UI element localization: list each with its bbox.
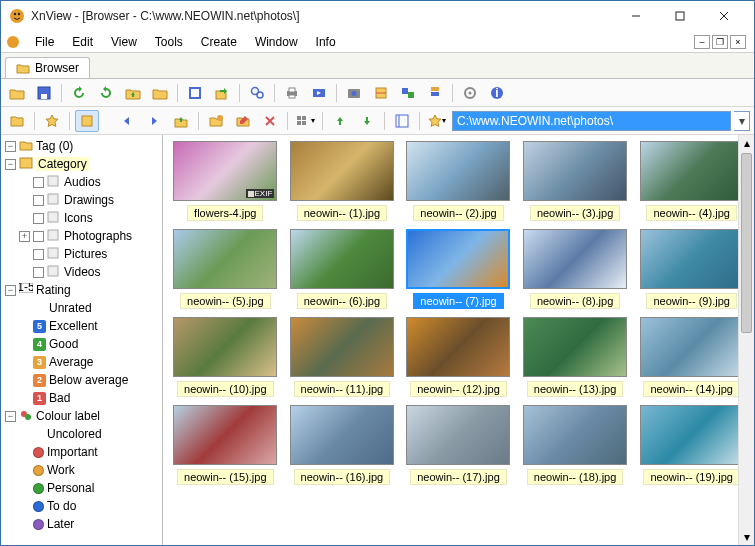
tree-node-videos[interactable]: Videos [1,263,162,281]
tab-browser[interactable]: Browser [5,57,90,78]
scroll-thumb[interactable] [741,153,752,333]
svg-text:1-5: 1-5 [19,283,33,293]
tree-node-rating-excellent[interactable]: 5Excellent [1,317,162,335]
svg-rect-40 [20,158,32,168]
sort-asc-button[interactable] [328,110,352,132]
thumbnail-item[interactable]: neowin-- (10).jpg [169,317,282,397]
capture-button[interactable] [342,82,366,104]
menu-window[interactable]: Window [247,33,306,51]
svg-rect-22 [402,88,408,94]
convert-button[interactable] [396,82,420,104]
save-button[interactable] [32,82,56,104]
tree-node-icons[interactable]: Icons [1,209,162,227]
maximize-button[interactable] [658,2,702,30]
menu-view[interactable]: View [103,33,145,51]
tree-node-rating-unrated[interactable]: Unrated [1,299,162,317]
thumbnail-item[interactable]: neowin-- (3).jpg [519,141,632,221]
scroll-up-button[interactable]: ▴ [739,135,754,151]
edit-folder-button[interactable] [231,110,255,132]
mdi-minimize[interactable]: – [694,35,710,49]
nav-back-button[interactable] [115,110,139,132]
scan-button[interactable] [369,82,393,104]
sort-desc-button[interactable] [355,110,379,132]
nav-forward-button[interactable] [142,110,166,132]
thumbnail-item[interactable]: neowin-- (13).jpg [519,317,632,397]
tree-node-pictures[interactable]: Pictures [1,245,162,263]
thumbnail-item[interactable]: neowin-- (14).jpg [635,317,748,397]
thumbnail-item[interactable]: EXIFflowers-4.jpg [169,141,282,221]
thumbnail-item[interactable]: neowin-- (15).jpg [169,405,282,485]
mdi-close[interactable]: × [730,35,746,49]
view-mode-button[interactable]: ▾ [293,110,317,132]
tree-node-photographs[interactable]: +Photographs [1,227,162,245]
favorite-star-button[interactable] [40,110,64,132]
tree-node-colour-personal[interactable]: Personal [1,479,162,497]
thumbnail-item[interactable]: neowin-- (19).jpg [635,405,748,485]
tree-node-audios[interactable]: Audios [1,173,162,191]
settings-button[interactable] [458,82,482,104]
tree-node-category[interactable]: − Category [1,155,162,173]
menu-create[interactable]: Create [193,33,245,51]
fullscreen-button[interactable] [183,82,207,104]
thumbnail-item[interactable]: neowin-- (2).jpg [402,141,515,221]
thumbnail-item[interactable]: neowin-- (18).jpg [519,405,632,485]
tree-node-rating-below-average[interactable]: 2Below average [1,371,162,389]
new-folder-button[interactable] [204,110,228,132]
thumbnail-filename: neowin-- (8).jpg [530,293,620,309]
favorites-add-button[interactable] [5,110,29,132]
tree-node-colour[interactable]: − Colour label [1,407,162,425]
folder-up-button[interactable] [121,82,145,104]
tree-node-rating[interactable]: − 1-5 Rating [1,281,162,299]
thumbnail-item[interactable]: neowin-- (8).jpg [519,229,632,309]
search-button[interactable] [245,82,269,104]
thumbnail-item[interactable]: neowin-- (11).jpg [286,317,399,397]
tree-node-colour-later[interactable]: Later [1,515,162,533]
open-button[interactable] [5,82,29,104]
tree-node-colour-important[interactable]: Important [1,443,162,461]
rotate-ccw-button[interactable] [94,82,118,104]
folder-action-button[interactable] [148,82,172,104]
tree-node-colour-to-do[interactable]: To do [1,497,162,515]
scroll-down-button[interactable]: ▾ [739,529,754,545]
categories-toggle[interactable] [75,110,99,132]
thumbnail-pane[interactable]: EXIFflowers-4.jpgneowin-- (1).jpgneowin-… [163,135,754,545]
svg-rect-46 [48,266,58,276]
bookmark-button[interactable]: ▾ [425,110,449,132]
thumbnail-item[interactable]: neowin-- (7).jpg [402,229,515,309]
thumbnail-item[interactable]: neowin-- (6).jpg [286,229,399,309]
thumbnail-item[interactable]: neowin-- (1).jpg [286,141,399,221]
tree-node-rating-bad[interactable]: 1Bad [1,389,162,407]
menu-file[interactable]: File [27,33,62,51]
thumbnail-item[interactable]: neowin-- (9).jpg [635,229,748,309]
thumbnail-item[interactable]: neowin-- (16).jpg [286,405,399,485]
export-button[interactable] [210,82,234,104]
vertical-scrollbar[interactable]: ▴ ▾ [738,135,754,545]
mdi-restore[interactable]: ❐ [712,35,728,49]
tree-node-colour-work[interactable]: Work [1,461,162,479]
tree-node-rating-average[interactable]: 3Average [1,353,162,371]
tree-node-tag[interactable]: − Tag (0) [1,137,162,155]
print-button[interactable] [280,82,304,104]
refresh-button[interactable] [67,82,91,104]
address-bar[interactable]: C:\www.NEOWIN.net\photos\ [452,111,731,131]
batch-button[interactable] [423,82,447,104]
filter-button[interactable] [390,110,414,132]
close-button[interactable] [702,2,746,30]
minimize-button[interactable] [614,2,658,30]
menu-info[interactable]: Info [308,33,344,51]
address-dropdown[interactable]: ▾ [734,111,750,131]
thumbnail-item[interactable]: neowin-- (4).jpg [635,141,748,221]
svg-rect-23 [408,92,414,98]
help-button[interactable]: i [485,82,509,104]
menu-edit[interactable]: Edit [64,33,101,51]
nav-up-button[interactable] [169,110,193,132]
slideshow-button[interactable] [307,82,331,104]
thumbnail-item[interactable]: neowin-- (12).jpg [402,317,515,397]
tree-node-drawings[interactable]: Drawings [1,191,162,209]
tree-node-rating-good[interactable]: 4Good [1,335,162,353]
delete-button[interactable] [258,110,282,132]
thumbnail-item[interactable]: neowin-- (5).jpg [169,229,282,309]
tree-node-colour-uncolored[interactable]: Uncolored [1,425,162,443]
menu-tools[interactable]: Tools [147,33,191,51]
thumbnail-item[interactable]: neowin-- (17).jpg [402,405,515,485]
